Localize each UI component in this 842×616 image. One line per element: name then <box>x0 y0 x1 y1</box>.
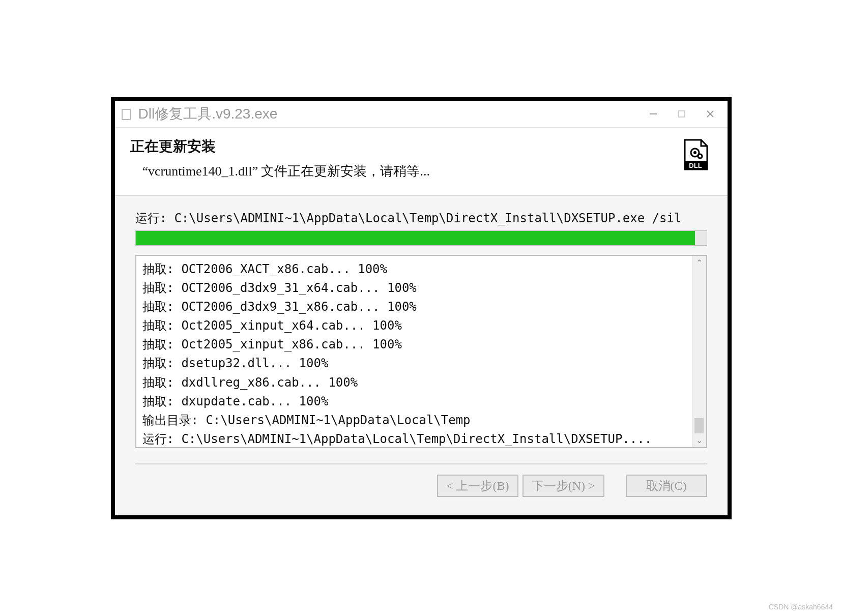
current-operation-label: 运行: C:\Users\ADMINI~1\AppData\Local\Temp… <box>135 210 707 226</box>
close-icon <box>706 109 715 119</box>
log-line: 抽取: OCT2006_d3dx9_31_x86.cab... 100% <box>142 298 687 316</box>
log-output-box: 抽取: OCT2006_XACT_x86.cab... 100% 抽取: OCT… <box>135 255 707 448</box>
window-title: Dll修复工具.v9.23.exe <box>138 104 639 124</box>
scroll-thumb[interactable] <box>694 418 704 433</box>
installer-window: Dll修复工具.v9.23.exe 正在更新安装 “vcruntime140_1… <box>115 101 728 515</box>
log-content: 抽取: OCT2006_XACT_x86.cab... 100% 抽取: OCT… <box>136 256 692 447</box>
log-line: 抽取: Oct2005_xinput_x86.cab... 100% <box>142 335 687 354</box>
back-button[interactable]: < 上一步(B) <box>437 475 518 497</box>
maximize-button[interactable] <box>667 104 696 124</box>
scroll-down-icon[interactable]: ⌄ <box>696 435 703 445</box>
log-line: 运行: C:\Users\ADMINI~1\AppData\Local\Temp… <box>142 430 687 447</box>
watermark: CSDN @askah6644 <box>769 603 833 611</box>
log-line: 抽取: dxdllreg_x86.cab... 100% <box>142 373 687 392</box>
divider <box>135 463 707 464</box>
log-line: 抽取: OCT2006_d3dx9_31_x64.cab... 100% <box>142 279 687 298</box>
progress-bar <box>135 230 707 246</box>
minimize-icon <box>649 109 658 119</box>
minimize-button[interactable] <box>639 104 667 124</box>
svg-point-5 <box>693 151 696 154</box>
log-scrollbar[interactable]: ⌃ ⌄ <box>692 256 706 447</box>
header-title: 正在更新安装 <box>130 137 712 156</box>
log-line: 抽取: Oct2005_xinput_x64.cab... 100% <box>142 316 687 335</box>
dll-file-icon: DLL <box>682 139 709 171</box>
log-line: 抽取: dsetup32.dll... 100% <box>142 354 687 373</box>
maximize-icon <box>677 109 686 119</box>
body-section: 运行: C:\Users\ADMINI~1\AppData\Local\Temp… <box>115 196 728 515</box>
svg-text:DLL: DLL <box>689 162 702 169</box>
cancel-button[interactable]: 取消(C) <box>626 475 707 497</box>
log-line: 输出目录: C:\Users\ADMINI~1\AppData\Local\Te… <box>142 411 687 430</box>
close-button[interactable] <box>696 104 724 124</box>
scroll-up-icon[interactable]: ⌃ <box>696 258 703 268</box>
app-icon <box>120 108 132 120</box>
progress-fill <box>136 231 695 245</box>
titlebar: Dll修复工具.v9.23.exe <box>115 101 728 128</box>
wizard-buttons: < 上一步(B) 下一步(N) > 取消(C) <box>135 475 707 500</box>
log-line: 抽取: dxupdate.cab... 100% <box>142 392 687 411</box>
header-subtitle: “vcruntime140_1.dll” 文件正在更新安装，请稍等... <box>130 162 712 180</box>
installer-window-frame: Dll修复工具.v9.23.exe 正在更新安装 “vcruntime140_1… <box>111 97 732 519</box>
svg-rect-1 <box>679 111 685 117</box>
window-controls <box>639 104 724 124</box>
next-button[interactable]: 下一步(N) > <box>522 475 604 497</box>
log-line: 抽取: OCT2006_XACT_x86.cab... 100% <box>142 260 687 279</box>
header-section: 正在更新安装 “vcruntime140_1.dll” 文件正在更新安装，请稍等… <box>115 128 728 196</box>
